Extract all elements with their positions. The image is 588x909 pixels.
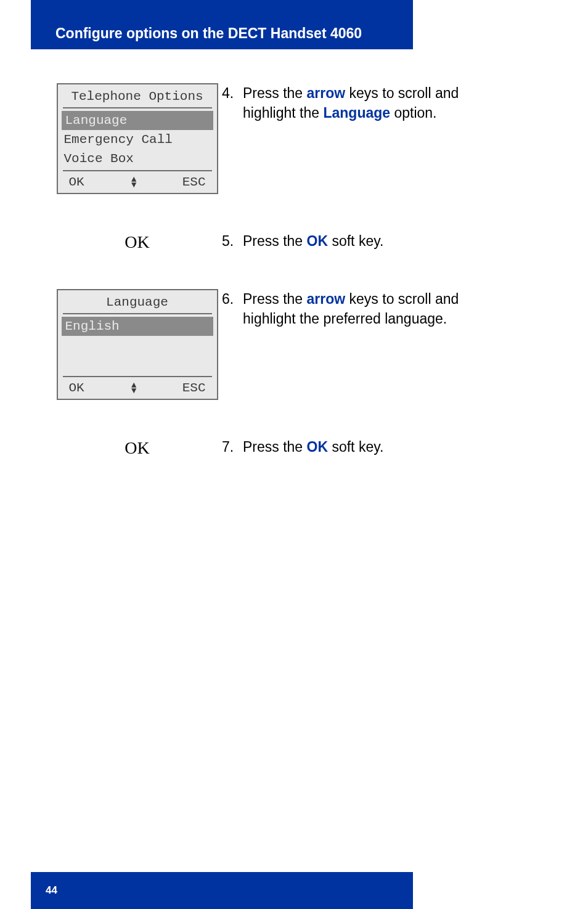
phone2-softkey-esc: ESC [182,381,206,395]
step4-number: 4. [222,83,243,123]
step5: 5. Press the OK soft key. [222,231,514,251]
step5-pre: Press the [243,233,307,249]
header-title: Configure options on the DECT Handset 40… [55,25,362,42]
phone2-softkey-ok: OK [69,381,84,395]
step4-post: option. [390,105,436,121]
phone2-list: English [58,317,217,376]
row-step5: OK 5. Press the OK soft key. [52,231,514,252]
phone2-title: Language [63,290,212,314]
row-step4: Telephone Options Language Emergency Cal… [52,83,514,194]
phone1-item-language: Language [62,111,213,130]
step4: 4. Press the arrow keys to scroll and hi… [222,83,514,123]
figure-ok1: OK [52,231,222,252]
step5-kw-ok: OK [307,233,329,249]
figure-phone1: Telephone Options Language Emergency Cal… [52,83,222,194]
step6-pre: Press the [243,291,307,307]
row-step7: OK 7. Press the OK soft key. [52,437,514,458]
step7-pre: Press the [243,439,307,455]
ok-label-2: OK [125,438,149,458]
step5-post: soft key. [328,233,383,249]
footer-bar: 44 [31,872,413,909]
step7-post: soft key. [328,439,383,455]
ok-label-1: OK [125,232,149,252]
page: Configure options on the DECT Handset 40… [0,0,588,909]
phone-screen-telephone-options: Telephone Options Language Emergency Cal… [57,83,218,194]
updown-arrows-icon [131,383,135,393]
step4-kw-arrow: arrow [307,85,346,101]
page-number: 44 [46,884,57,897]
content-area: Telephone Options Language Emergency Cal… [52,83,514,495]
phone1-title: Telephone Options [63,84,212,108]
figure-ok2: OK [52,437,222,458]
step4-text: Press the arrow keys to scroll and highl… [243,83,514,123]
phone1-item-emergency: Emergency Call [58,130,217,149]
phone1-softkey-esc: ESC [182,175,206,189]
phone1-list: Language Emergency Call Voice Box [58,111,217,170]
phone1-softkey-ok: OK [69,175,84,189]
updown-arrows-icon [131,177,135,187]
phone1-item-voicebox: Voice Box [58,149,217,168]
step5-number: 5. [222,231,243,251]
phone-screen-language: Language English OK ESC [57,289,218,400]
phone1-softkeys: OK ESC [63,170,212,193]
step4-pre: Press the [243,85,307,101]
step4-kw-language: Language [323,105,390,121]
step7-number: 7. [222,437,243,457]
step7-text: Press the OK soft key. [243,437,383,457]
step7: 7. Press the OK soft key. [222,437,514,457]
step7-kw-ok: OK [307,439,329,455]
step6-number: 6. [222,289,243,328]
figure-phone2: Language English OK ESC [52,289,222,400]
step6-text: Press the arrow keys to scroll and highl… [243,289,514,328]
step5-text: Press the OK soft key. [243,231,383,251]
step6-kw-arrow: arrow [307,291,346,307]
row-step6: Language English OK ESC 6. Press the arr… [52,289,514,400]
phone2-softkeys: OK ESC [63,376,212,399]
phone2-item-english: English [62,317,213,336]
header-bar: Configure options on the DECT Handset 40… [31,0,413,49]
step6: 6. Press the arrow keys to scroll and hi… [222,289,514,328]
